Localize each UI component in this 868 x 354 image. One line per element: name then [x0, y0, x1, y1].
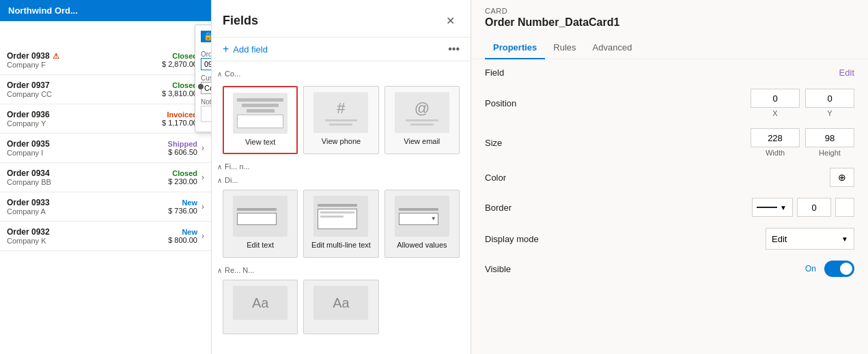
edit-text-option[interactable]: Edit text — [223, 190, 298, 258]
view-options-grid: View text # View phone @ View email — [212, 80, 471, 160]
order-right: New $ 800.00 — [168, 228, 197, 244]
warning-icon: ⚠ — [53, 52, 59, 61]
order-number: Order 0934 — [7, 168, 168, 178]
order-item-0938[interactable]: Order 0938 ⚠ Company F Closed $ 2,870.00… — [0, 46, 211, 75]
notes-value[interactable] — [201, 106, 212, 122]
chevron-icon: › — [201, 143, 204, 153]
size-label: Size — [485, 138, 553, 148]
order-company: Company K — [7, 237, 168, 245]
border-style-dropdown[interactable]: ▼ — [752, 198, 793, 217]
bottom-option-1[interactable]: Aa — [223, 280, 298, 334]
border-width-input[interactable] — [797, 198, 831, 217]
fields-panel: Fields ✕ + Add field ••• ∧ Co... — [212, 0, 471, 354]
fields-panel-header: Fields ✕ — [212, 0, 471, 38]
border-color-picker[interactable] — [835, 198, 854, 217]
display-mode-dropdown[interactable]: Edit ▼ — [766, 228, 854, 250]
order-item-0937[interactable]: Order 0937 Company CC Closed $ 3,810.00 … — [0, 75, 211, 104]
order-number-value[interactable]: 0938 — [201, 58, 212, 70]
order-item-0933[interactable]: Order 0933 Company A New $ 736.00 › — [0, 192, 211, 222]
border-value: ▼ — [553, 198, 854, 217]
tab-properties[interactable]: Properties — [485, 37, 545, 59]
field-label: Field — [485, 68, 553, 78]
display-mode-value: Edit ▼ — [553, 228, 854, 250]
position-x-input[interactable] — [751, 89, 800, 108]
width-input[interactable] — [751, 128, 800, 147]
size-inputs: Width Height — [751, 128, 854, 157]
collapse-icon: ∧ — [217, 70, 222, 78]
field-section-2[interactable]: ∧ Fi... n... — [212, 160, 471, 173]
bottom-option-2[interactable]: Aa — [303, 280, 378, 334]
left-panel: Northwind Ord... 🔒 Card : Order Numb... … — [0, 0, 212, 354]
list-header-title: Northwind Ord... — [8, 5, 78, 16]
chevron-down-icon: ▼ — [780, 204, 787, 211]
bottom-option-1-preview: Aa — [233, 286, 288, 320]
color-picker-button[interactable]: ⊕ — [830, 168, 854, 187]
order-item-0935[interactable]: Order 0935 Company I Shipped $ 606.50 › — [0, 134, 211, 163]
visible-property-row: Visible On — [485, 261, 854, 277]
toggle-on-label: On — [805, 264, 816, 274]
field-section-label: Di... — [225, 176, 238, 184]
order-info: Order 0937 Company CC — [7, 80, 162, 98]
plus-icon: + — [223, 43, 229, 55]
height-label: Height — [819, 149, 841, 157]
order-item-0936[interactable]: Order 0936 Company Y Invoiced $ 1,170.00… — [0, 104, 211, 134]
add-field-button[interactable]: + Add field — [223, 43, 268, 55]
tab-rules[interactable]: Rules — [545, 37, 584, 59]
order-info: Order 0936 Company Y — [7, 110, 162, 128]
field-section-1[interactable]: ∧ Co... — [212, 67, 471, 80]
visible-toggle[interactable] — [824, 261, 854, 277]
field-section-3[interactable]: ∧ Di... — [212, 173, 471, 187]
more-options-button[interactable]: ••• — [448, 43, 460, 55]
position-y-input[interactable] — [805, 89, 854, 108]
add-field-row: + Add field ••• — [212, 38, 471, 61]
field-value: Edit — [553, 68, 854, 78]
field-section-label: Re... N... — [225, 266, 254, 274]
collapse-icon: ∧ — [217, 163, 222, 171]
view-text-label: View text — [245, 138, 275, 146]
position-value: X Y — [553, 89, 854, 117]
field-section-4[interactable]: ∧ Re... N... — [212, 263, 471, 277]
order-status: Closed — [162, 52, 197, 60]
order-info: Order 0934 Company BB — [7, 168, 168, 186]
close-button[interactable]: ✕ — [440, 11, 460, 30]
y-coord-group: Y — [805, 89, 854, 117]
field-edit-link[interactable]: Edit — [839, 68, 854, 78]
properties-form: Field Edit Position X Y — [471, 59, 868, 296]
order-amount: $ 1,170.00 — [162, 119, 197, 127]
position-property-row: Position X Y — [485, 89, 854, 117]
field-section-label: Co... — [225, 70, 240, 78]
bottom-option-2-preview: Aa — [313, 286, 368, 320]
height-input[interactable] — [805, 128, 854, 147]
tab-advanced[interactable]: Advanced — [585, 37, 641, 59]
order-right: Closed $ 230.00 — [168, 169, 197, 186]
order-number: Order 0937 — [7, 80, 162, 90]
order-item-0932[interactable]: Order 0932 Company K New $ 800.00 › — [0, 222, 211, 251]
card-preview: 🔒 Card : Order Numb... Order Number 0938… — [195, 25, 212, 132]
order-info: Order 0933 Company A — [7, 198, 168, 216]
position-inputs: X Y — [751, 89, 854, 117]
order-amount: $ 3,810.00 — [162, 89, 197, 98]
border-controls: ▼ — [752, 198, 854, 217]
order-status: New — [168, 198, 197, 207]
y-label: Y — [827, 109, 832, 117]
view-phone-option[interactable]: # View phone — [303, 86, 378, 154]
edit-multiline-label: Edit multi-line text — [311, 241, 371, 249]
order-status: Shipped — [168, 140, 197, 148]
fields-panel-title: Fields — [223, 14, 258, 28]
order-item-0934[interactable]: Order 0934 Company BB Closed $ 230.00 › — [0, 163, 211, 192]
order-company: Company A — [7, 207, 168, 216]
edit-options-grid: Edit text Edit multi-line text — [212, 187, 471, 263]
visible-label: Visible — [485, 264, 553, 274]
toggle-thumb — [840, 263, 852, 275]
view-email-option[interactable]: @ View email — [384, 86, 460, 154]
notes-field: Notes — [201, 98, 212, 122]
color-label: Color — [485, 173, 553, 183]
edit-multiline-option[interactable]: Edit multi-line text — [303, 190, 378, 258]
allowed-values-option[interactable]: ▼ Allowed values — [384, 190, 460, 258]
order-company: Company Y — [7, 119, 162, 128]
edit-text-label: Edit text — [247, 241, 274, 249]
order-right: Closed $ 2,870.00 — [162, 52, 197, 68]
order-number: Order 0935 — [7, 139, 168, 149]
fields-area: ∧ Co... View text # — [212, 61, 471, 354]
view-text-option[interactable]: View text — [223, 86, 298, 154]
